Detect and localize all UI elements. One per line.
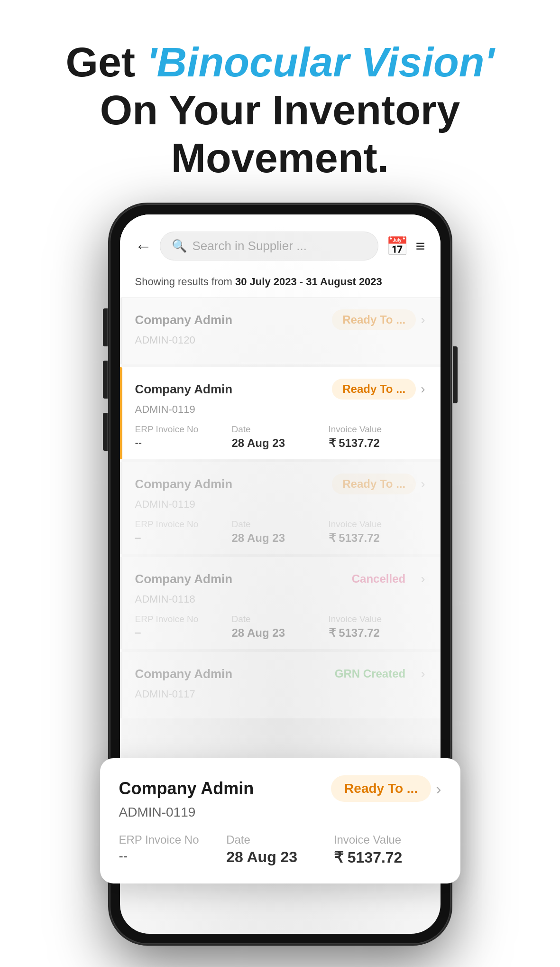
status-badge: Ready To ... (332, 474, 416, 494)
date-col: Date 28 Aug 23 (232, 424, 329, 450)
status-badge: GRN Created (324, 663, 416, 684)
list-item[interactable]: Company Admin Cancelled › ADMIN-0118 ERP… (120, 557, 441, 649)
admin-id: ADMIN-0118 (135, 593, 425, 605)
admin-id: ADMIN-0119 (135, 498, 425, 511)
status-badge: Ready To ... (332, 309, 416, 330)
floating-company-name: Company Admin (119, 779, 254, 799)
company-name: Company Admin (135, 667, 233, 681)
floating-status-badge: Ready To ... (331, 775, 431, 802)
floating-detail-card[interactable]: Company Admin Ready To ... › ADMIN-0119 … (100, 758, 460, 883)
list-item-active[interactable]: Company Admin Ready To ... › ADMIN-0119 … (120, 367, 441, 459)
list-item[interactable]: Company Admin Ready To ... › ADMIN-0120 (120, 298, 441, 364)
status-badge: Ready To ... (332, 379, 416, 400)
invoice-list: Company Admin Ready To ... › ADMIN-0120 … (120, 298, 441, 721)
admin-id: ADMIN-0119 (135, 403, 425, 416)
admin-id: ADMIN-0120 (135, 334, 425, 346)
list-item[interactable]: Company Admin Ready To ... › ADMIN-0119 … (120, 462, 441, 554)
erp-invoice-col: ERP Invoice No -- (135, 424, 232, 450)
invoice-value-col: Invoice Value ₹ 5137.72 (329, 424, 425, 450)
floating-invoice-value-col: Invoice Value ₹ 5137.72 (334, 833, 441, 866)
floating-erp-col: ERP Invoice No -- (119, 833, 227, 866)
list-item[interactable]: Company Admin GRN Created › ADMIN-0117 (120, 652, 441, 718)
chevron-icon: › (421, 381, 425, 397)
company-name: Company Admin (135, 572, 233, 586)
chevron-icon: › (421, 312, 425, 327)
hero-section: Get 'Binocular Vision' On Your Inventory… (0, 0, 560, 201)
chevron-icon: › (421, 666, 425, 681)
floating-date-col: Date 28 Aug 23 (226, 833, 334, 866)
company-name: Company Admin (135, 382, 233, 397)
phone-mockup: ← 🔍 Search in Supplier ... 📅 ≡ Showing r… (110, 204, 451, 944)
chevron-icon: › (421, 571, 425, 586)
company-name: Company Admin (135, 477, 233, 492)
company-name: Company Admin (135, 313, 233, 327)
floating-chevron-icon: › (436, 780, 441, 798)
chevron-icon: › (421, 476, 425, 492)
admin-id: ADMIN-0117 (135, 688, 425, 700)
hero-title: Get 'Binocular Vision' On Your Inventory… (28, 38, 532, 182)
status-badge: Cancelled (341, 568, 416, 589)
floating-admin-id: ADMIN-0119 (119, 805, 441, 820)
